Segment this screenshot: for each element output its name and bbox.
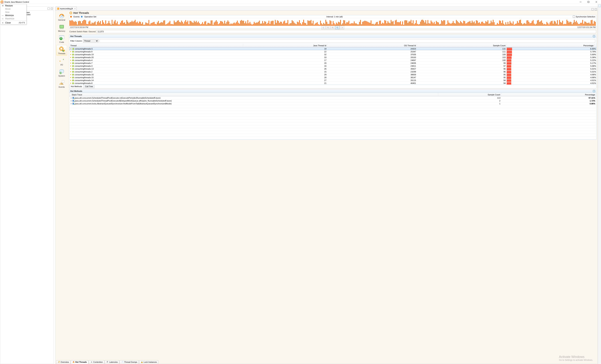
window-titlebar: Oracle Java Mission Control [0, 0, 601, 4]
window-title: Oracle Java Mission Control [4, 1, 29, 3]
app-icon [1, 1, 3, 3]
window-maximize-button[interactable] [584, 0, 592, 4]
window-minimize-button[interactable] [577, 0, 584, 4]
window-close-button[interactable] [592, 0, 600, 4]
svg-rect-0 [588, 1, 589, 3]
